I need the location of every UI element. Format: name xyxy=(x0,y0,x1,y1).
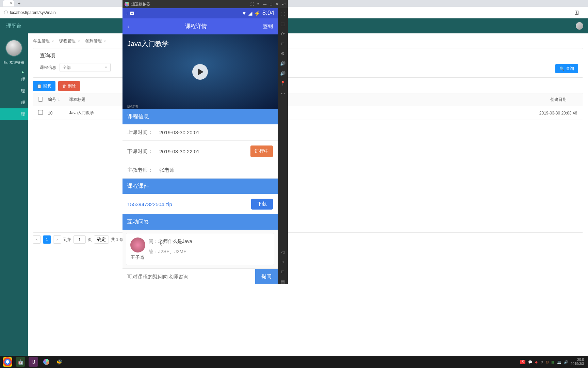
emu-rotate-icon[interactable]: ⟳ xyxy=(281,31,285,36)
col-id[interactable]: 编号 xyxy=(48,97,56,103)
emu-location-icon[interactable]: 📍 xyxy=(280,81,285,86)
tray-icon[interactable]: 💻 xyxy=(557,360,561,364)
emulator-taskicon[interactable] xyxy=(42,357,51,367)
close-icon[interactable]: × xyxy=(10,1,12,5)
emu-volume-icon[interactable]: 🔊 xyxy=(280,61,285,66)
checkin-button[interactable]: 签到 xyxy=(263,23,273,30)
submit-button[interactable]: 提问 xyxy=(255,269,278,284)
sort-icon[interactable]: ⇅ xyxy=(57,98,60,102)
sidebar-item[interactable]: 理 xyxy=(0,74,28,85)
system-tray: S 💬 ◆ ⊙ ⊡ ▦ 💻 🔊 20:0 2019/3/3 xyxy=(520,358,585,366)
battery-icon: ⚡ xyxy=(254,10,261,16)
query-panel: 查询项 课程信息 全部 ▼ 🔍查询 xyxy=(33,48,583,78)
avatar[interactable] xyxy=(576,22,583,30)
tray-icon[interactable]: 💬 xyxy=(528,360,532,364)
close-icon[interactable]: × xyxy=(52,39,54,43)
tab-courses[interactable]: 课程管理× xyxy=(59,37,80,45)
tab-checkin[interactable]: 签到管理× xyxy=(85,37,107,45)
section-info: 课程信息 xyxy=(122,109,278,124)
back-icon[interactable]: ‹ xyxy=(127,22,130,30)
emu-home-icon[interactable]: ○ xyxy=(281,259,284,264)
sidebar-avatar[interactable] xyxy=(5,40,22,57)
main-content: 学生管理× 课程管理× 签到管理× 查询项 课程信息 全部 ▼ 🔍查询 📋回复 … xyxy=(28,33,588,368)
browser-tab[interactable]: × xyxy=(3,0,14,6)
ide-icon[interactable]: IJ xyxy=(29,357,38,367)
video-title: Java入门教学 xyxy=(127,39,169,48)
emu-keyboard-icon[interactable]: ▤ xyxy=(281,279,285,284)
course-table: 编号⇅ 课程标题 创建日期 10 Java入门教学 2019-03-30 20:… xyxy=(33,93,583,233)
emu-tool-icon[interactable]: ⬚ xyxy=(281,21,285,27)
close-icon[interactable]: × xyxy=(78,39,80,43)
download-button[interactable]: 下载 xyxy=(251,199,273,210)
tray-icon[interactable]: ◆ xyxy=(535,360,538,364)
video-footer: 版权所有 xyxy=(127,105,138,108)
delete-button[interactable]: 🗑删除 xyxy=(58,81,80,91)
sidebar-item-active[interactable]: 理 xyxy=(0,108,28,120)
fullscreen-icon[interactable]: ⛶ xyxy=(250,2,254,6)
question-input[interactable] xyxy=(122,269,255,284)
info-row-end: 下课时间： 2019-03-30 22:01 进行中 xyxy=(122,141,278,162)
sidebar-toggle[interactable]: ▲ xyxy=(0,70,28,74)
next-page[interactable]: › xyxy=(53,235,61,244)
taskbar-clock[interactable]: 20:0 2019/3/3 xyxy=(571,358,585,366)
key-icon[interactable]: ⚿ xyxy=(574,10,579,15)
minimize-icon[interactable]: — xyxy=(263,2,266,6)
android-statusbar: ↓ A ▼ ◢ ⚡ 8:04 xyxy=(122,8,278,18)
table-row[interactable]: 10 Java入门教学 2019-03-30 20:03:46 xyxy=(33,106,583,120)
emu-screen-icon[interactable]: □ xyxy=(281,41,284,46)
col-date: 创建日期 xyxy=(534,97,583,103)
select-all-checkbox[interactable] xyxy=(38,97,43,102)
url-display[interactable]: localhost/patent/sys/main xyxy=(10,10,56,15)
close-icon[interactable]: × xyxy=(104,39,106,43)
maximize-icon[interactable]: □ xyxy=(270,2,272,6)
chrome-icon[interactable] xyxy=(3,357,12,367)
course-select[interactable]: 全部 ▼ xyxy=(60,63,111,72)
info-label: 上课时间： xyxy=(127,129,159,136)
goto-button[interactable]: 确定 xyxy=(94,235,109,244)
cell-date: 2019-03-30 20:03:46 xyxy=(534,111,583,116)
reply-button[interactable]: 📋回复 xyxy=(33,81,55,91)
new-tab-button[interactable]: + xyxy=(18,1,20,6)
ask-bar: 提问 xyxy=(122,269,278,284)
sidebar-item[interactable]: 理 xyxy=(0,97,28,108)
tray-icon[interactable]: ⊙ xyxy=(540,360,543,364)
signal-icon: ◢ xyxy=(248,10,252,16)
emulator-title: 逍遥模拟器 xyxy=(131,2,150,7)
tray-icon[interactable]: ⊡ xyxy=(546,360,549,364)
collapse-icon[interactable]: ‹‹‹ xyxy=(282,2,286,6)
emulator-titlebar[interactable]: 逍遥模拟器 ⛶ ≡ — □ ✕ ‹‹‹ xyxy=(122,0,288,8)
app-icon[interactable]: 🐝 xyxy=(54,357,64,367)
reply-icon: 📋 xyxy=(37,84,42,89)
emu-gear-icon[interactable]: ⚙ xyxy=(281,51,285,56)
emu-back-icon[interactable]: ◁ xyxy=(281,249,284,255)
prev-page[interactable]: ‹ xyxy=(33,235,41,244)
emu-more-icon[interactable]: ⋯ xyxy=(281,91,285,96)
info-row-start: 上课时间： 2019-03-30 20:01 xyxy=(122,124,278,141)
sidebar-item[interactable]: 理 xyxy=(0,85,28,97)
clock-time: 8:04 xyxy=(262,10,274,17)
tray-icon[interactable]: S xyxy=(520,360,525,364)
row-checkbox[interactable] xyxy=(38,110,43,115)
search-button[interactable]: 🔍查询 xyxy=(555,64,578,73)
play-button[interactable] xyxy=(192,64,208,80)
file-link[interactable]: 1553947322504.zip xyxy=(127,201,172,207)
volume-icon[interactable]: 🔊 xyxy=(564,360,568,364)
emu-volume-icon[interactable]: 🔊 xyxy=(280,71,285,76)
emu-expand-icon[interactable]: ⛶ xyxy=(281,12,285,17)
emu-recent-icon[interactable]: □ xyxy=(281,269,284,274)
info-icon[interactable]: ⓘ xyxy=(4,10,8,15)
pagination: ‹ 1 › 到第 页 确定 共 1 条 xyxy=(33,235,583,244)
tab-students[interactable]: 学生管理× xyxy=(33,37,54,45)
avatar xyxy=(130,237,145,252)
phone-screen: ↓ A ▼ ◢ ⚡ 8:04 ‹ 课程详情 签到 Java入门教学 版权所有 课… xyxy=(122,8,278,284)
goto-label: 到第 xyxy=(63,237,71,243)
video-player[interactable]: Java入门教学 版权所有 xyxy=(122,34,278,109)
page-input[interactable] xyxy=(74,235,86,244)
total-count: 共 1 条 xyxy=(111,237,124,243)
close-icon[interactable]: ✕ xyxy=(276,2,279,6)
page-current[interactable]: 1 xyxy=(43,235,51,244)
query-label: 课程信息 xyxy=(40,65,56,71)
menu-icon[interactable]: ≡ xyxy=(257,2,259,6)
tray-icon[interactable]: ▦ xyxy=(551,360,554,364)
app-icon[interactable]: 🤖 xyxy=(16,357,25,367)
